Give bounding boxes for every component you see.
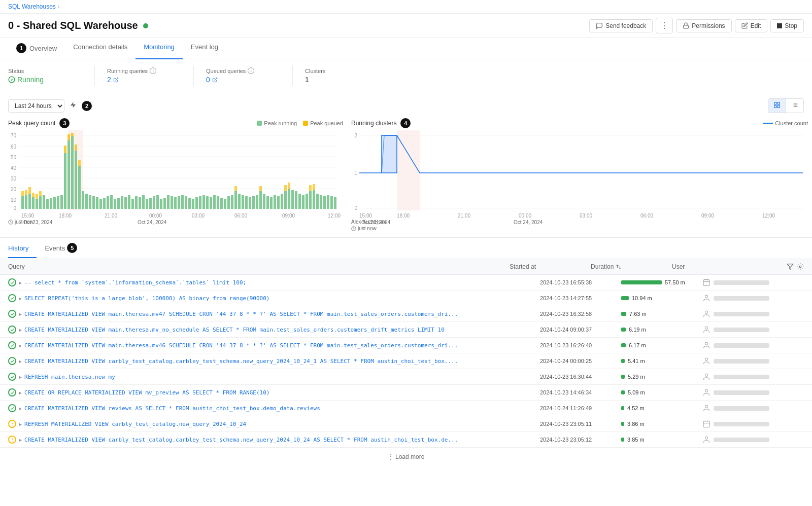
svg-rect-82 (195, 197, 198, 209)
svg-rect-33 (21, 196, 24, 209)
grid-view-button[interactable] (768, 99, 786, 113)
row-chevron[interactable]: ▶ (19, 296, 22, 301)
svg-point-192 (705, 437, 707, 439)
svg-rect-119 (327, 195, 329, 209)
table-row[interactable]: ▶ REFRESH MATERIALIZED VIEW carbly_test_… (0, 416, 812, 432)
row-query-text: -- select * from `system`.`information_s… (24, 279, 246, 286)
permissions-button[interactable]: Permissions (676, 19, 731, 32)
row-status-icon (8, 341, 16, 349)
alex-label: Alex Kuznetsov (351, 219, 386, 225)
svg-rect-98 (252, 196, 255, 209)
queued-info-icon[interactable]: i (248, 67, 254, 74)
edit-button[interactable]: Edit (735, 19, 768, 32)
stop-icon (777, 23, 782, 28)
status-value: Running (8, 76, 82, 84)
svg-rect-88 (217, 196, 219, 209)
more-options-button[interactable]: ⋮ (656, 18, 673, 33)
status-label: Status (8, 68, 82, 74)
row-started-at: 2024-10-23 16:32:58 (540, 311, 621, 317)
svg-rect-113 (306, 194, 308, 209)
table-row[interactable]: ▶ -- select * from `system`.`information… (0, 275, 812, 291)
filter-icon[interactable] (787, 263, 794, 270)
breadcrumb-parent[interactable]: SQL Warehouses (8, 3, 56, 10)
svg-text:60: 60 (11, 144, 17, 150)
row-started-at: 2024-10-24 00:00:25 (540, 358, 621, 364)
row-started-at: 2024-10-23 16:30:44 (540, 374, 621, 380)
tab-eventlog[interactable]: Event log (183, 38, 226, 59)
svg-rect-111 (298, 194, 301, 209)
tab-monitoring[interactable]: Monitoring (136, 38, 183, 59)
send-feedback-button[interactable]: Send feedback (589, 19, 653, 32)
table-row[interactable]: ▶ CREATE MATERIALIZED VIEW carbly_test_c… (0, 353, 812, 369)
time-range-select[interactable]: Last 24 hours Last 7 days Last 30 days (8, 99, 64, 113)
list-view-button[interactable] (786, 99, 803, 113)
clusters-value: 1 (305, 76, 366, 84)
svg-rect-76 (174, 197, 177, 209)
svg-rect-110 (295, 191, 297, 209)
row-chevron[interactable]: ▶ (19, 421, 22, 427)
row-chevron[interactable]: ▶ (19, 374, 22, 380)
col-header-duration[interactable]: Duration (591, 263, 672, 270)
row-duration: 57.50 m (621, 279, 702, 285)
history-tab-history[interactable]: History (8, 239, 37, 258)
row-query-text: CREATE MATERIALIZED VIEW carbly_test_cat… (24, 437, 458, 443)
svg-rect-131 (75, 144, 77, 151)
svg-rect-74 (167, 195, 170, 209)
row-user (702, 326, 804, 334)
svg-rect-129 (67, 134, 70, 140)
row-query-text: REFRESH MATERIALIZED VIEW carbly_test_ca… (24, 421, 246, 427)
table-row[interactable]: ▶ SELECT REPEAT('this is a large blob', … (0, 291, 812, 306)
col-header-query: Query (8, 263, 510, 270)
row-chevron[interactable]: ▶ (19, 390, 22, 395)
status-divider-1 (94, 65, 95, 86)
svg-rect-123 (25, 190, 27, 195)
tab-connection[interactable]: Connection details (65, 38, 136, 59)
svg-rect-137 (309, 185, 312, 191)
svg-rect-56 (103, 198, 106, 209)
table-row[interactable]: ▶ CREATE MATERIALIZED VIEW main.theresa.… (0, 338, 812, 353)
table-row[interactable]: ▶ CREATE MATERIALIZED VIEW main.theresa.… (0, 306, 812, 322)
row-started-at: 2024-10-23 14:27:55 (540, 295, 621, 301)
tab-overview[interactable]: 1 Overview (8, 38, 65, 59)
refresh-button[interactable] (69, 100, 78, 111)
page-header: 0 - Shared SQL Warehouse Send feedback ⋮… (0, 14, 812, 38)
row-duration: 5.41 m (621, 358, 702, 364)
table-row[interactable]: ▶ REFRESH main.theresa.new_my 2024-10-23… (0, 369, 812, 385)
row-status-icon (8, 388, 16, 396)
table-row[interactable]: ▶ CREATE OR REPLACE MATERIALIZED VIEW mv… (0, 385, 812, 401)
svg-text:09:00: 09:00 (701, 213, 714, 219)
queued-queries-value[interactable]: 0 (206, 76, 280, 84)
svg-line-3 (115, 78, 118, 80)
svg-text:15:00: 15:00 (359, 213, 372, 219)
svg-rect-8 (777, 105, 780, 107)
row-chevron[interactable]: ▶ (19, 343, 22, 348)
svg-text:06:00: 06:00 (234, 213, 247, 219)
table-row[interactable]: ▶ CREATE MATERIALIZED VIEW carbly_test_c… (0, 432, 812, 448)
svg-rect-45 (64, 153, 66, 209)
row-chevron[interactable]: ▶ (19, 280, 22, 285)
row-chevron[interactable]: ▶ (19, 358, 22, 364)
settings-icon[interactable] (797, 263, 804, 270)
svg-text:2: 2 (354, 133, 357, 138)
view-toggles (768, 98, 804, 113)
table-row[interactable]: ▶ CREATE MATERIALIZED VIEW main.theresa.… (0, 322, 812, 338)
svg-rect-186 (703, 421, 709, 427)
table-row[interactable]: ▶ CREATE MATERIALIZED VIEW reviews AS SE… (0, 401, 812, 416)
row-user (702, 373, 804, 381)
load-more[interactable]: ⋮ Load more (0, 448, 812, 465)
svg-rect-96 (245, 196, 248, 209)
row-chevron[interactable]: ▶ (19, 327, 22, 333)
right-chart-svg: 2 1 0 15:00 18:00 21:00 00:00 (351, 130, 808, 216)
row-query-text: SELECT REPEAT('this is a large blob', 10… (24, 295, 269, 302)
svg-rect-83 (199, 196, 201, 209)
running-info-icon[interactable]: i (150, 67, 156, 74)
row-chevron[interactable]: ▶ (19, 311, 22, 317)
history-tab-events[interactable]: Events 5 (37, 238, 85, 259)
svg-rect-63 (128, 195, 130, 209)
feedback-icon (596, 22, 603, 29)
row-chevron[interactable]: ▶ (19, 406, 22, 411)
stop-button[interactable]: Stop (770, 19, 804, 32)
running-queries-value[interactable]: 2 (107, 76, 181, 84)
row-chevron[interactable]: ▶ (19, 437, 22, 443)
svg-rect-107 (284, 191, 287, 209)
